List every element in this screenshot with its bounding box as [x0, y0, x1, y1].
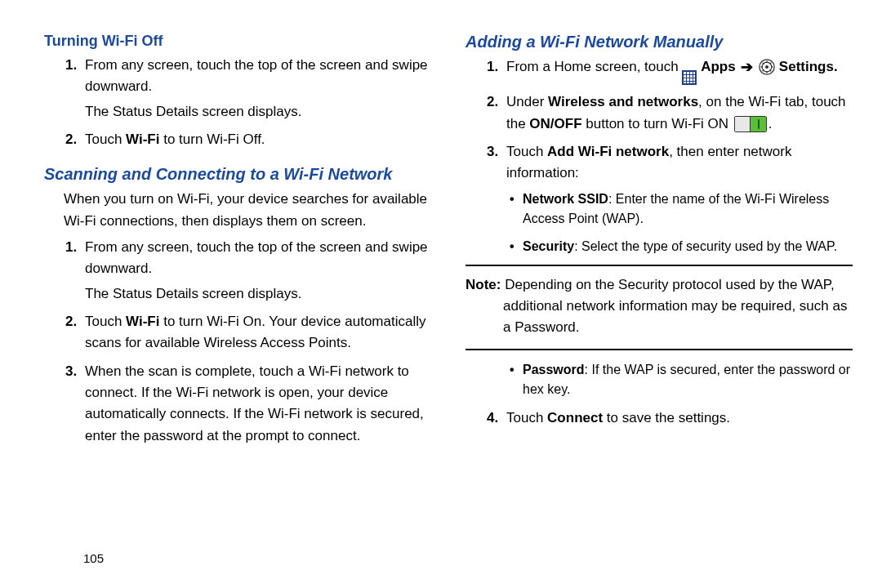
- step-text-a: From a Home screen, touch: [506, 59, 682, 74]
- security-desc: : Select the type of security used by th…: [574, 239, 837, 253]
- step-2: Under Wireless and networks, on the Wi-F…: [506, 91, 853, 135]
- step-text: From any screen, touch the top of the sc…: [85, 57, 428, 94]
- password-label: Password: [523, 363, 585, 376]
- bullet-security: Security: Select the type of security us…: [523, 237, 853, 256]
- step-text: When the scan is complete, touch a Wi-Fi…: [85, 363, 424, 443]
- gear-icon: [759, 59, 775, 75]
- steps-adding: From a Home screen, touch Apps ➔ Setting…: [466, 56, 853, 256]
- step-text-c: to turn Wi-Fi Off.: [159, 131, 265, 147]
- manual-page: Turning Wi-Fi Off From any screen, touch…: [0, 0, 882, 588]
- step-sub: The Status Details screen displays.: [85, 101, 431, 122]
- connect-label: Connect: [547, 410, 603, 425]
- left-column: Turning Wi-Fi Off From any screen, touch…: [44, 33, 431, 453]
- svg-point-2: [765, 65, 768, 69]
- note-block: Note: Depending on the Security protocol…: [466, 265, 853, 350]
- steps-scanning: From any screen, touch the top of the sc…: [44, 237, 431, 447]
- right-column: Adding a Wi-Fi Network Manually From a H…: [466, 33, 853, 453]
- step-2: Touch Wi-Fi to turn Wi-Fi Off.: [85, 129, 431, 150]
- add-wifi-network-label: Add Wi-Fi network: [547, 144, 669, 159]
- step-text: From any screen, touch the top of the sc…: [85, 239, 428, 276]
- step-2: Touch Wi-Fi to turn Wi-Fi On. Your devic…: [85, 311, 431, 354]
- password-bullet-list: Password: If the WAP is secured, enter t…: [466, 360, 853, 399]
- step-1: From any screen, touch the top of the sc…: [85, 55, 431, 122]
- step-text-a: Touch: [85, 131, 126, 147]
- two-column-layout: Turning Wi-Fi Off From any screen, touch…: [44, 33, 853, 453]
- settings-label: Settings.: [779, 59, 838, 74]
- note-label: Note:: [466, 277, 501, 292]
- t-c: to save the settings.: [603, 410, 730, 425]
- t-f: .: [768, 116, 773, 131]
- step-text-a: Touch: [85, 314, 126, 329]
- step-sub: The Status Details screen displays.: [85, 283, 431, 305]
- step-4: Touch Connect to save the settings.: [506, 408, 853, 429]
- t-e: button to turn Wi-Fi ON: [582, 116, 733, 131]
- step-1: From any screen, touch the top of the sc…: [85, 237, 431, 305]
- arrow-icon: ➔: [741, 56, 753, 79]
- network-info-bullets: Network SSID: Enter the name of the Wi-F…: [506, 189, 853, 256]
- step-3: When the scan is complete, touch a Wi-Fi…: [85, 361, 431, 447]
- step-3: Touch Add Wi-Fi network, then enter netw…: [506, 141, 853, 256]
- wifi-label: Wi-Fi: [126, 314, 159, 329]
- bullet-ssid: Network SSID: Enter the name of the Wi-F…: [523, 189, 853, 229]
- heading-adding-manually: Adding a Wi-Fi Network Manually: [466, 33, 853, 51]
- apps-icon: [682, 70, 697, 85]
- t-a: Under: [506, 94, 548, 109]
- ssid-label: Network SSID: [523, 192, 608, 206]
- wifi-label: Wi-Fi: [126, 131, 159, 147]
- note-body: Depending on the Security protocol used …: [501, 277, 847, 336]
- heading-scanning: Scanning and Connecting to a Wi-Fi Netwo…: [44, 165, 431, 184]
- heading-turning-wifi-off: Turning Wi-Fi Off: [44, 33, 431, 50]
- steps-adding-cont: Touch Connect to save the settings.: [466, 408, 853, 429]
- t-a: Touch: [506, 144, 547, 159]
- page-number: 105: [83, 551, 104, 565]
- wireless-networks-label: Wireless and networks: [548, 94, 698, 109]
- toggle-on-icon: [734, 116, 767, 132]
- security-label: Security: [523, 239, 574, 253]
- t-a: Touch: [506, 410, 547, 425]
- steps-turning-off: From any screen, touch the top of the sc…: [44, 55, 431, 150]
- onoff-label: ON/OFF: [529, 116, 581, 131]
- scan-intro: When you turn on Wi-Fi, your device sear…: [64, 189, 431, 232]
- step-1: From a Home screen, touch Apps ➔ Setting…: [506, 56, 853, 85]
- apps-label: Apps: [701, 59, 739, 74]
- bullet-password: Password: If the WAP is secured, enter t…: [523, 360, 853, 399]
